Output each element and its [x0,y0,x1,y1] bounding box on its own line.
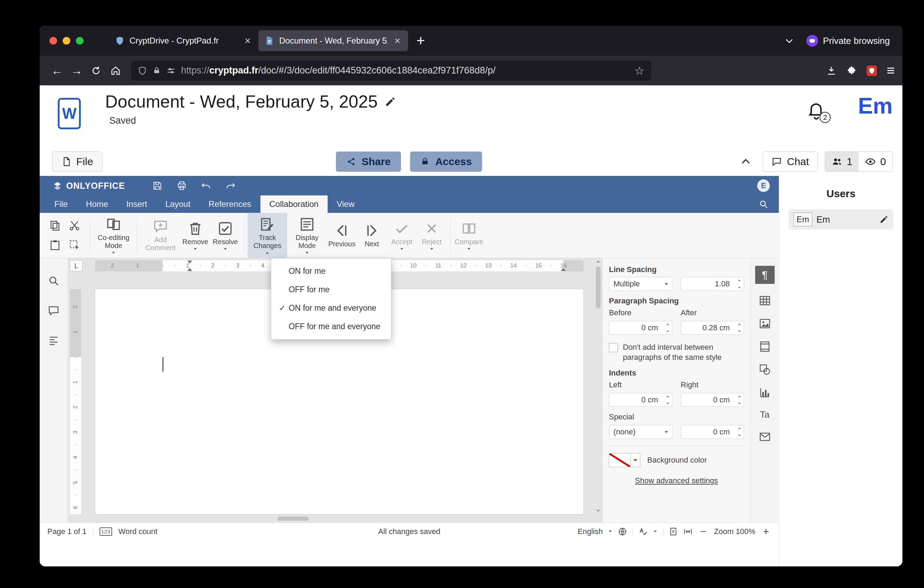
close-tab-icon[interactable]: × [243,35,252,47]
close-window-button[interactable] [50,37,57,45]
chat-button[interactable]: Chat [763,152,817,172]
scrollbar-thumb[interactable] [596,266,601,308]
minimize-window-button[interactable] [63,37,70,45]
tab-file[interactable]: File [45,195,77,213]
undo-icon[interactable] [201,180,211,191]
tracking-protection-shield-icon[interactable] [138,66,147,75]
text-art-settings-icon[interactable]: Ta [760,409,769,420]
tab-view[interactable]: View [328,195,364,213]
right-indent-marker[interactable] [561,268,566,271]
select-all-icon[interactable] [66,237,83,254]
user-list-item[interactable]: Em Em [789,209,893,230]
save-icon[interactable] [152,180,163,191]
vertical-ruler[interactable]: 21 123456 [70,289,81,514]
home-button[interactable] [106,61,125,81]
fit-width-icon[interactable] [683,527,693,536]
coediting-mode-button[interactable]: Co-editing Mode [94,213,133,258]
edit-title-pencil-icon[interactable] [385,96,396,107]
advanced-settings-link[interactable]: Show advanced settings [609,476,744,485]
resolve-button[interactable]: Resolve [210,213,240,258]
scroll-up-arrow-icon[interactable] [596,261,600,263]
zoom-out-button[interactable]: − [698,526,708,537]
tab-references[interactable]: References [200,195,261,213]
cut-icon[interactable] [66,217,83,234]
spinner-arrows[interactable] [738,395,742,405]
url-text[interactable]: https://cryptpad.fr/doc/#/3/doc/edit/ff0… [181,65,495,76]
copy-icon[interactable] [47,217,63,234]
paste-icon[interactable] [47,237,63,254]
indent-left-spinner[interactable]: 0 cm [609,393,672,407]
new-tab-button[interactable]: + [414,32,427,50]
downloads-icon[interactable] [826,66,837,76]
spacing-before-spinner[interactable]: 0 cm [609,321,672,335]
tab-home[interactable]: Home [77,195,117,213]
menu-item-off-for-me[interactable]: OFF for me [271,281,391,299]
interval-checkbox-row[interactable]: Don't add interval between paragraphs of… [609,342,744,362]
reload-button[interactable] [86,61,106,81]
image-settings-icon[interactable] [759,317,771,330]
spinner-arrows[interactable] [738,279,742,289]
print-icon[interactable] [177,180,187,191]
scrollbar-thumb[interactable] [277,517,309,521]
forward-button[interactable]: → [67,61,86,81]
special-indent-spinner[interactable]: 0 cm [681,425,744,439]
table-settings-icon[interactable] [759,294,771,307]
remove-comment-button[interactable]: Remove [180,213,210,258]
header-footer-settings-icon[interactable] [759,340,771,353]
spinner-arrows[interactable] [666,395,670,405]
menu-item-on-for-everyone[interactable]: ✓ ON for me and everyone [271,299,391,317]
ublock-origin-icon[interactable] [866,66,877,76]
zoom-in-button[interactable]: + [761,526,771,537]
scroll-down-arrow-icon[interactable] [596,510,600,512]
previous-change-button[interactable]: Previous [327,213,357,258]
tab-collaboration[interactable]: Collaboration [261,195,328,213]
spinner-arrows[interactable] [738,427,742,437]
tab-layout[interactable]: Layout [156,195,200,213]
indent-right-spinner[interactable]: 0 cm [681,393,744,407]
track-changes-button[interactable]: Track Changes [248,213,287,258]
line-spacing-amount-spinner[interactable]: 1.08 [681,277,744,291]
file-menu-button[interactable]: File [52,152,102,172]
background-color-picker[interactable] [609,453,640,467]
mail-merge-icon[interactable] [759,431,771,443]
notifications-bell-icon[interactable]: 2 [806,100,827,120]
interval-checkbox[interactable] [609,343,618,352]
background-color-dropdown[interactable] [630,453,640,467]
next-change-button[interactable]: Next [357,213,387,258]
browser-tab-cryptdrive[interactable]: CryptDrive - CryptPad.fr × [109,30,258,51]
tab-insert[interactable]: Insert [117,195,156,213]
permissions-icon[interactable] [167,66,175,75]
background-color-swatch[interactable] [609,453,630,467]
chart-settings-icon[interactable] [759,386,771,399]
maximize-window-button[interactable] [76,37,84,45]
page-indicator[interactable]: Page 1 of 1 [47,527,87,536]
horizontal-scrollbar[interactable] [69,515,592,522]
menu-item-off-for-everyone[interactable]: OFF for me and everyone [271,317,391,336]
word-count-button[interactable]: Word count [118,527,157,536]
spacing-after-spinner[interactable]: 0.28 cm [681,321,744,335]
page-title[interactable]: Document - Wed, February 5, 2025 [105,92,378,112]
user-avatar[interactable]: Em [858,93,893,119]
navigation-panel-icon[interactable] [48,335,59,347]
special-indent-select[interactable]: (none) [609,425,672,439]
share-button[interactable]: Share [336,152,401,172]
document-language-button[interactable]: English [578,527,603,536]
spellcheck-icon[interactable] [639,527,648,536]
left-indent-marker[interactable] [187,268,192,271]
first-line-indent-marker[interactable] [187,261,192,264]
access-button[interactable]: Access [410,152,482,172]
close-tab-icon[interactable]: × [393,35,402,47]
bookmark-star-icon[interactable]: ☆ [634,64,644,77]
lock-icon[interactable] [152,66,161,75]
language-globe-icon[interactable] [618,527,627,536]
accept-change-button[interactable]: Accept [387,213,417,258]
browser-tab-document[interactable]: Document - Wed, February 5, 2 × [258,30,408,51]
menu-item-on-for-me[interactable]: ON for me [271,262,391,281]
vertical-scrollbar[interactable] [595,259,602,514]
reject-change-button[interactable]: Reject [417,213,447,258]
zoom-level[interactable]: Zoom 100% [714,527,756,536]
line-spacing-select[interactable]: Multiple [609,277,672,291]
display-mode-button[interactable]: Display Mode [287,213,327,258]
find-search-icon[interactable] [48,275,59,287]
extensions-puzzle-icon[interactable] [846,66,857,76]
